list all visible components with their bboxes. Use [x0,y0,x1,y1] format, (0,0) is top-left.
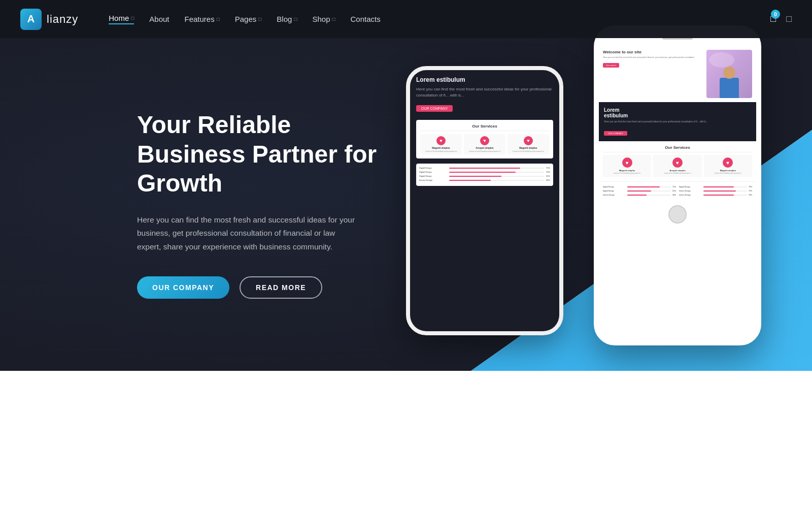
phones-mockup: Lorem estibulum Here you can find the mo… [406,25,787,356]
phone-dark-title: Loremestibulum [604,107,751,118]
service-card-3-icon: ♥ [723,157,733,168]
nav-item-features: Features □ [185,15,220,23]
phone-home-button-area [599,200,756,228]
nav-link-about[interactable]: About [149,15,169,23]
phone-service-card-1: ♥ Magenti simplus Lorem ut leo id facili… [603,155,651,177]
hero-text-block: Your Reliable Business Partner for Growt… [137,110,381,299]
nav-item-about: About [149,15,169,23]
service-card-1-icon: ♥ [622,157,632,168]
phone-front-screen: Welcome to our site Here you can find th… [599,46,756,200]
phone-welcome-title: Welcome to our site [603,50,703,54]
phone-back-lorem-text: Here you can find the most fresh and suc… [416,86,553,99]
features-dropdown-icon: □ [217,16,220,22]
phone-dark-btn[interactable]: OUR COMPANY [604,131,627,136]
brand-name: lianzy [47,13,78,26]
nav-item-home: Home □ [109,14,134,24]
phone-back-services-title: Our Services [420,124,549,129]
phone-service-cards: ♥ Magenti simplus Lorem ut leo id facili… [603,155,752,177]
home-dropdown-icon: □ [131,15,134,21]
service-card-3-text: Lorem ut leo id facilisis porta posuere … [706,173,750,175]
nav-item-shop: Shop □ [312,15,335,23]
phone-progress-columns: Digital Design 75% Digital Design 55% In… [603,186,752,196]
blog-dropdown-icon: □ [294,16,297,22]
phone-progress-col-1: Digital Design 75% Digital Design 55% In… [603,186,676,196]
below-hero-section [0,371,812,508]
shop-dropdown-icon: □ [332,16,335,22]
phone-back-progress: Digital Design 75% Digital Design 70% Di… [416,164,553,186]
search-button[interactable]: □ [786,14,792,24]
service-card-1-text: Lorem ut leo id facilisis porta posuere … [605,173,649,175]
nav-link-features[interactable]: Features □ [185,15,220,23]
read-more-button[interactable]: READ MORE [240,276,322,299]
hero-description: Here you can find the most fresh and suc… [137,213,360,253]
phone-back: Lorem estibulum Here you can find the mo… [406,66,563,335]
phone-back-services: Our Services ♥ Magenti simplus Lorem ut … [416,120,553,158]
phone-services-title: Our Services [603,145,752,150]
nav-item-blog: Blog □ [277,15,297,23]
phone-welcome-text-area: Welcome to our site Here you can find th… [603,50,703,68]
hero-title: Your Reliable Business Partner for Growt… [137,110,381,198]
navbar-right: □ 0 □ [770,14,792,24]
nav-item-pages: Pages □ [235,15,262,23]
pages-dropdown-icon: □ [258,16,261,22]
phone-services-section: Our Services ♥ Magenti simplus Lorem ut … [599,141,756,181]
service-card-3-title: Magenti simplus [706,169,750,172]
cart-badge: 0 [771,10,780,19]
navbar: A lianzy Home □ About Features □ Pages □ [0,0,812,38]
service-card-2-text: Lorem ut leo id facilisis porta posuere … [656,173,699,175]
phone-back-btn[interactable]: OUR COMPANY [416,105,453,112]
hero-section: Your Reliable Business Partner for Growt… [0,0,812,371]
nav-link-pages[interactable]: Pages □ [235,15,262,23]
our-company-button[interactable]: OUR COMPANY [137,276,229,299]
phone-home-btn-circle[interactable] [668,205,687,224]
service-card-2-title: Arcquet simplus [656,169,699,172]
phone-progress-section: Digital Design 75% Digital Design 55% In… [599,181,756,200]
nav-menu: Home □ About Features □ Pages □ Blog □ [109,14,770,24]
service-card-2-icon: ♥ [672,157,683,168]
phone-service-card-2: ♥ Arcquet simplus Lorem ut leo id facili… [653,155,701,177]
phone-dark-text: Here you can find the most fresh and suc… [604,120,751,124]
phone-front: Welcome to our site Here you can find th… [594,25,761,345]
nav-link-shop[interactable]: Shop □ [312,15,335,23]
nav-link-contacts[interactable]: Contacts [351,15,381,23]
brand-logo-icon: A [20,9,42,30]
phone-dark-section: Loremestibulum Here you can find the mos… [599,102,756,141]
hero-buttons: OUR COMPANY READ MORE [137,276,381,299]
phone-back-lorem-title: Lorem estibulum [416,76,553,83]
phone-service-card-3: ♥ Magenti simplus Lorem ut leo id facili… [704,155,752,177]
cart-button[interactable]: □ 0 [770,14,776,24]
nav-link-blog[interactable]: Blog □ [277,15,297,23]
nav-item-contacts: Contacts [351,15,381,23]
phone-welcome-btn[interactable]: Get started [603,63,619,68]
brand-logo-link[interactable]: A lianzy [20,9,78,30]
nav-link-home[interactable]: Home □ [109,14,134,24]
service-card-1-title: Magenti simplus [605,169,649,172]
phone-back-screen: Lorem estibulum Here you can find the mo… [410,70,559,331]
phone-progress-col-2: Digital Design 70% Interior Design 75% I… [679,186,752,196]
phone-welcome-text: Here you can find the most fresh and suc… [603,56,703,59]
